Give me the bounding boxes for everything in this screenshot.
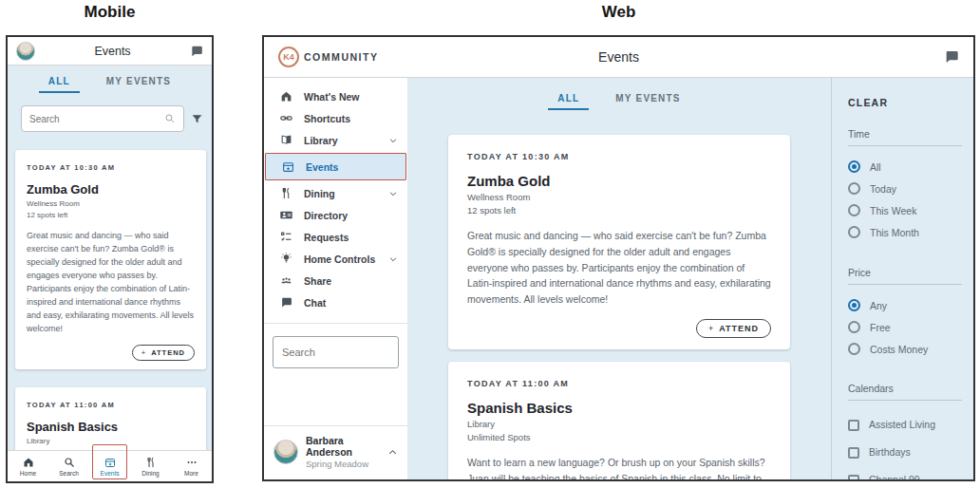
- checkbox-channel-99[interactable]: Channel 99: [848, 474, 962, 480]
- dining-icon: [145, 457, 157, 468]
- avatar[interactable]: [16, 42, 35, 61]
- chat-icon[interactable]: [944, 49, 959, 65]
- sidebar-item-directory[interactable]: Directory: [264, 204, 407, 226]
- event-card-zumba-gold[interactable]: TODAY AT 10:30 AM Zumba Gold Wellness Ro…: [448, 135, 790, 349]
- radio-price-costs-money[interactable]: Costs Money: [848, 343, 962, 355]
- plus-icon: +: [141, 348, 146, 357]
- attend-row: + ATTEND: [27, 345, 195, 361]
- web-body: What's New Shortcuts Library Events Dini…: [264, 78, 973, 480]
- radio-price-any[interactable]: Any: [848, 299, 962, 311]
- radio-time-this-week[interactable]: This Week: [848, 204, 962, 216]
- profile-name: Barbara Anderson: [306, 435, 380, 458]
- events-tabs: ALL MY EVENTS: [407, 93, 831, 110]
- chevron-down-icon[interactable]: [388, 136, 398, 145]
- page-title: Events: [35, 45, 190, 58]
- chevron-down-icon[interactable]: [388, 254, 398, 264]
- events-tabs: ALL MY EVENTS: [8, 66, 212, 93]
- event-description: Great music and dancing — who said exerc…: [467, 228, 771, 308]
- attend-button[interactable]: + ATTEND: [696, 319, 771, 338]
- lightbulb-icon: [280, 253, 292, 265]
- sidebar-item-label: Library: [304, 135, 338, 146]
- sidebar-item-share[interactable]: Share: [264, 270, 407, 291]
- event-description: Great music and dancing — who said exerc…: [27, 230, 195, 336]
- sidebar-search-field[interactable]: [273, 336, 399, 368]
- profile-text: Barbara Anderson Spring Meadow: [306, 435, 380, 469]
- sidebar-item-shortcuts[interactable]: Shortcuts: [264, 107, 407, 129]
- checkbox-icon: [848, 447, 859, 459]
- tab-my-events[interactable]: MY EVENTS: [97, 76, 180, 93]
- link-icon: [280, 112, 292, 124]
- radio-price-free[interactable]: Free: [848, 321, 962, 333]
- sidebar-item-requests[interactable]: Requests: [264, 226, 407, 248]
- radio-time-all[interactable]: All: [848, 160, 962, 173]
- radio-time-today[interactable]: Today: [848, 182, 962, 195]
- radio-time-this-month[interactable]: This Month: [848, 226, 962, 238]
- event-spots: 12 spots left: [467, 205, 771, 216]
- sidebar-item-whats-new[interactable]: What's New: [264, 85, 407, 107]
- search-icon: [64, 457, 75, 468]
- sidebar-item-label: Home Controls: [304, 253, 375, 265]
- sidebar-item-dining[interactable]: Dining: [264, 182, 407, 204]
- event-card-spanish-basics[interactable]: TODAY AT 11:00 AM Spanish Basics Library…: [448, 362, 790, 480]
- event-time: TODAY AT 11:00 AM: [27, 401, 195, 409]
- sidebar-item-library[interactable]: Library: [264, 129, 407, 151]
- attend-row: + ATTEND: [467, 319, 771, 338]
- radio-label: Today: [870, 183, 896, 195]
- nav-item-search[interactable]: Search: [48, 451, 89, 481]
- sidebar-divider: [264, 323, 407, 324]
- event-title: Zumba Gold: [27, 182, 195, 197]
- attend-button[interactable]: + ATTEND: [132, 345, 195, 361]
- filter-section-calendars: Calendars: [848, 383, 962, 401]
- sidebar-item-label: Chat: [304, 297, 326, 309]
- checkbox-label: Channel 99: [869, 474, 920, 480]
- avatar: [273, 440, 298, 464]
- sidebar-item-label: Shortcuts: [304, 113, 350, 124]
- filter-panel: CLEAR Time All Today This Week This Mont…: [831, 78, 973, 480]
- mobile-app-header: Events: [8, 37, 212, 66]
- checkbox-assisted-living[interactable]: Assisted Living: [848, 419, 962, 431]
- chevron-down-icon[interactable]: [388, 189, 398, 198]
- nav-item-more[interactable]: More: [171, 451, 212, 481]
- radio-icon: [848, 182, 860, 195]
- nav-item-events[interactable]: Events: [89, 451, 130, 481]
- sidebar-search-input[interactable]: [282, 347, 417, 358]
- logo-mark-icon: K4: [278, 47, 299, 67]
- event-card-zumba-gold[interactable]: TODAY AT 10:30 AM Zumba Gold Wellness Ro…: [15, 150, 206, 369]
- event-title: Zumba Gold: [467, 173, 771, 189]
- k4community-logo[interactable]: K4 COMMUNITY: [278, 47, 385, 67]
- home-icon: [23, 457, 34, 468]
- logo-name: COMMUNITY: [304, 51, 378, 63]
- radio-label: Free: [870, 322, 891, 333]
- tab-all[interactable]: ALL: [39, 76, 80, 93]
- checkbox-label: Birthdays: [869, 446, 911, 458]
- event-spots: 12 spots left: [27, 211, 195, 219]
- sidebar-item-events[interactable]: Events: [265, 153, 406, 180]
- attend-label: ATTEND: [151, 348, 185, 357]
- nav-label: Dining: [141, 470, 159, 477]
- chevron-up-icon[interactable]: [387, 447, 398, 458]
- search-field[interactable]: [21, 105, 184, 132]
- tab-my-events[interactable]: MY EVENTS: [606, 93, 689, 110]
- calendar-icon: [282, 160, 294, 173]
- mobile-search-row: [21, 105, 203, 132]
- nav-item-home[interactable]: Home: [8, 451, 48, 481]
- attend-label: ATTEND: [719, 324, 759, 333]
- sidebar-item-chat[interactable]: Chat: [264, 291, 407, 313]
- radio-label: Any: [870, 300, 887, 311]
- nav-label: More: [184, 470, 198, 477]
- search-input[interactable]: [29, 114, 164, 124]
- chat-icon[interactable]: [190, 45, 203, 58]
- radio-label: This Month: [870, 227, 919, 238]
- tab-all[interactable]: ALL: [548, 93, 589, 110]
- nav-item-dining[interactable]: Dining: [130, 451, 171, 481]
- radio-icon: [848, 204, 860, 216]
- filter-icon[interactable]: [191, 113, 203, 125]
- radio-label: This Week: [870, 205, 916, 216]
- clear-filters-button[interactable]: CLEAR: [848, 97, 962, 108]
- sidebar-item-home-controls[interactable]: Home Controls: [264, 248, 407, 270]
- event-time: TODAY AT 10:30 AM: [27, 163, 195, 172]
- radio-icon: [848, 226, 860, 238]
- checkbox-birthdays[interactable]: Birthdays: [848, 446, 962, 459]
- profile-row[interactable]: Barbara Anderson Spring Meadow: [264, 425, 407, 480]
- chat-icon: [280, 296, 292, 309]
